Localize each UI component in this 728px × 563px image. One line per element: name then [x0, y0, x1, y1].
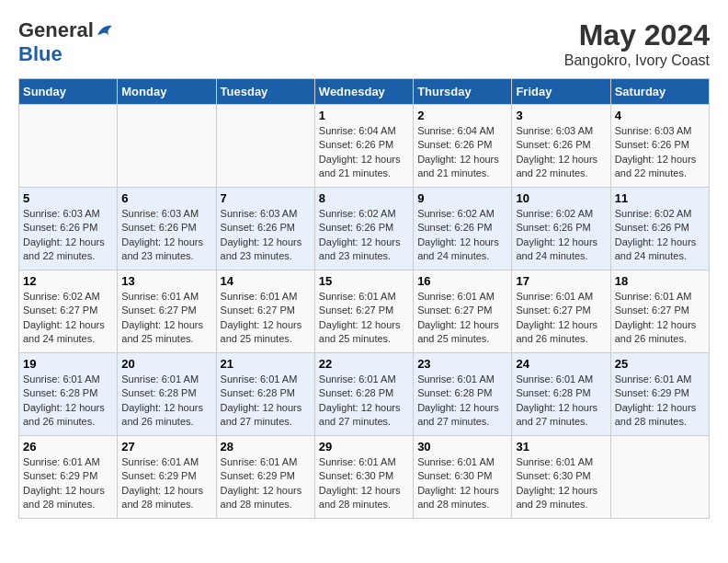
logo-bird-icon — [96, 22, 116, 39]
day-info: Sunrise: 6:01 AM Sunset: 6:29 PM Dayligh… — [121, 455, 211, 512]
day-info: Sunrise: 6:01 AM Sunset: 6:30 PM Dayligh… — [417, 455, 507, 512]
day-number: 13 — [121, 274, 211, 288]
calendar-cell: 17Sunrise: 6:01 AM Sunset: 6:27 PM Dayli… — [512, 270, 610, 353]
day-info: Sunrise: 6:02 AM Sunset: 6:26 PM Dayligh… — [516, 207, 606, 264]
calendar-cell: 1Sunrise: 6:04 AM Sunset: 6:26 PM Daylig… — [314, 105, 413, 188]
calendar-cell: 13Sunrise: 6:01 AM Sunset: 6:27 PM Dayli… — [118, 270, 216, 353]
day-number: 7 — [221, 191, 311, 205]
location-title: Bangokro, Ivory Coast — [564, 52, 710, 69]
day-number: 8 — [319, 191, 409, 205]
calendar-cell: 7Sunrise: 6:03 AM Sunset: 6:26 PM Daylig… — [216, 188, 314, 270]
title-area: May 2024 Bangokro, Ivory Coast — [564, 18, 710, 69]
day-info: Sunrise: 6:02 AM Sunset: 6:27 PM Dayligh… — [23, 290, 113, 347]
day-number: 4 — [615, 109, 705, 122]
day-number: 9 — [417, 191, 507, 205]
calendar-cell: 6Sunrise: 6:03 AM Sunset: 6:26 PM Daylig… — [118, 188, 216, 270]
day-header-friday: Friday — [512, 79, 610, 105]
day-number: 25 — [615, 357, 705, 371]
calendar-cell: 31Sunrise: 6:01 AM Sunset: 6:30 PM Dayli… — [512, 436, 610, 519]
day-info: Sunrise: 6:01 AM Sunset: 6:27 PM Dayligh… — [615, 290, 705, 347]
calendar-cell: 5Sunrise: 6:03 AM Sunset: 6:26 PM Daylig… — [19, 188, 118, 270]
calendar-cell — [118, 105, 216, 188]
calendar-cell: 27Sunrise: 6:01 AM Sunset: 6:29 PM Dayli… — [118, 436, 216, 519]
calendar-cell: 12Sunrise: 6:02 AM Sunset: 6:27 PM Dayli… — [19, 270, 118, 353]
logo: General Blue — [18, 18, 116, 66]
calendar-week-row: 5Sunrise: 6:03 AM Sunset: 6:26 PM Daylig… — [19, 188, 710, 270]
day-number: 26 — [23, 440, 113, 454]
day-info: Sunrise: 6:01 AM Sunset: 6:27 PM Dayligh… — [516, 290, 606, 347]
day-number: 22 — [319, 357, 409, 371]
day-number: 28 — [221, 440, 311, 454]
day-number: 30 — [417, 440, 507, 454]
calendar-cell: 30Sunrise: 6:01 AM Sunset: 6:30 PM Dayli… — [414, 436, 512, 519]
day-number: 14 — [221, 274, 311, 288]
day-info: Sunrise: 6:03 AM Sunset: 6:26 PM Dayligh… — [615, 124, 705, 181]
calendar-cell: 2Sunrise: 6:04 AM Sunset: 6:26 PM Daylig… — [414, 105, 512, 188]
calendar-header-row: SundayMondayTuesdayWednesdayThursdayFrid… — [19, 79, 710, 105]
day-number: 27 — [121, 440, 211, 454]
day-number: 6 — [121, 191, 211, 205]
calendar-cell: 19Sunrise: 6:01 AM Sunset: 6:28 PM Dayli… — [19, 353, 118, 436]
calendar-cell: 4Sunrise: 6:03 AM Sunset: 6:26 PM Daylig… — [610, 105, 709, 188]
day-info: Sunrise: 6:02 AM Sunset: 6:26 PM Dayligh… — [319, 207, 409, 264]
day-info: Sunrise: 6:01 AM Sunset: 6:28 PM Dayligh… — [23, 373, 113, 430]
calendar-cell: 3Sunrise: 6:03 AM Sunset: 6:26 PM Daylig… — [512, 105, 610, 188]
day-info: Sunrise: 6:01 AM Sunset: 6:27 PM Dayligh… — [417, 290, 507, 347]
calendar-cell: 9Sunrise: 6:02 AM Sunset: 6:26 PM Daylig… — [414, 188, 512, 270]
calendar-cell: 15Sunrise: 6:01 AM Sunset: 6:27 PM Dayli… — [314, 270, 413, 353]
calendar-body: 1Sunrise: 6:04 AM Sunset: 6:26 PM Daylig… — [19, 105, 710, 519]
day-info: Sunrise: 6:03 AM Sunset: 6:26 PM Dayligh… — [516, 124, 606, 181]
day-info: Sunrise: 6:01 AM Sunset: 6:28 PM Dayligh… — [417, 373, 507, 430]
day-number: 12 — [23, 274, 113, 288]
day-info: Sunrise: 6:01 AM Sunset: 6:29 PM Dayligh… — [23, 455, 113, 512]
day-info: Sunrise: 6:04 AM Sunset: 6:26 PM Dayligh… — [319, 124, 409, 181]
day-info: Sunrise: 6:01 AM Sunset: 6:30 PM Dayligh… — [319, 455, 409, 512]
day-number: 10 — [516, 191, 606, 205]
calendar-cell: 25Sunrise: 6:01 AM Sunset: 6:29 PM Dayli… — [610, 353, 709, 436]
header: General Blue May 2024 Bangokro, Ivory Co… — [18, 18, 710, 69]
day-number: 1 — [319, 109, 409, 122]
day-info: Sunrise: 6:01 AM Sunset: 6:27 PM Dayligh… — [221, 290, 311, 347]
calendar-week-row: 12Sunrise: 6:02 AM Sunset: 6:27 PM Dayli… — [19, 270, 710, 353]
day-number: 31 — [516, 440, 606, 454]
day-info: Sunrise: 6:01 AM Sunset: 6:28 PM Dayligh… — [516, 373, 606, 430]
calendar-cell: 26Sunrise: 6:01 AM Sunset: 6:29 PM Dayli… — [19, 436, 118, 519]
day-info: Sunrise: 6:01 AM Sunset: 6:27 PM Dayligh… — [121, 290, 211, 347]
calendar-cell: 24Sunrise: 6:01 AM Sunset: 6:28 PM Dayli… — [512, 353, 610, 436]
calendar-cell: 28Sunrise: 6:01 AM Sunset: 6:29 PM Dayli… — [216, 436, 314, 519]
calendar-cell: 22Sunrise: 6:01 AM Sunset: 6:28 PM Dayli… — [314, 353, 413, 436]
calendar-cell: 29Sunrise: 6:01 AM Sunset: 6:30 PM Dayli… — [314, 436, 413, 519]
calendar-cell: 20Sunrise: 6:01 AM Sunset: 6:28 PM Dayli… — [118, 353, 216, 436]
logo-blue: Blue — [18, 42, 63, 66]
day-info: Sunrise: 6:02 AM Sunset: 6:26 PM Dayligh… — [417, 207, 507, 264]
calendar-cell: 18Sunrise: 6:01 AM Sunset: 6:27 PM Dayli… — [610, 270, 709, 353]
day-info: Sunrise: 6:03 AM Sunset: 6:26 PM Dayligh… — [121, 207, 211, 264]
day-header-tuesday: Tuesday — [216, 79, 314, 105]
calendar-cell: 16Sunrise: 6:01 AM Sunset: 6:27 PM Dayli… — [414, 270, 512, 353]
day-header-sunday: Sunday — [19, 79, 118, 105]
calendar-cell: 8Sunrise: 6:02 AM Sunset: 6:26 PM Daylig… — [314, 188, 413, 270]
day-number: 2 — [417, 109, 507, 122]
day-info: Sunrise: 6:01 AM Sunset: 6:28 PM Dayligh… — [121, 373, 211, 430]
calendar-cell: 14Sunrise: 6:01 AM Sunset: 6:27 PM Dayli… — [216, 270, 314, 353]
day-number: 19 — [23, 357, 113, 371]
day-header-thursday: Thursday — [414, 79, 512, 105]
calendar-cell — [19, 105, 118, 188]
day-number: 15 — [319, 274, 409, 288]
day-header-monday: Monday — [118, 79, 216, 105]
day-info: Sunrise: 6:04 AM Sunset: 6:26 PM Dayligh… — [417, 124, 507, 181]
day-number: 17 — [516, 274, 606, 288]
calendar-week-row: 19Sunrise: 6:01 AM Sunset: 6:28 PM Dayli… — [19, 353, 710, 436]
calendar-week-row: 1Sunrise: 6:04 AM Sunset: 6:26 PM Daylig… — [19, 105, 710, 188]
day-info: Sunrise: 6:03 AM Sunset: 6:26 PM Dayligh… — [221, 207, 311, 264]
day-header-wednesday: Wednesday — [314, 79, 413, 105]
day-number: 21 — [221, 357, 311, 371]
day-info: Sunrise: 6:03 AM Sunset: 6:26 PM Dayligh… — [23, 207, 113, 264]
calendar-cell: 10Sunrise: 6:02 AM Sunset: 6:26 PM Dayli… — [512, 188, 610, 270]
day-number: 24 — [516, 357, 606, 371]
day-info: Sunrise: 6:01 AM Sunset: 6:27 PM Dayligh… — [319, 290, 409, 347]
day-info: Sunrise: 6:02 AM Sunset: 6:26 PM Dayligh… — [615, 207, 705, 264]
day-info: Sunrise: 6:01 AM Sunset: 6:28 PM Dayligh… — [221, 373, 311, 430]
calendar-week-row: 26Sunrise: 6:01 AM Sunset: 6:29 PM Dayli… — [19, 436, 710, 519]
day-info: Sunrise: 6:01 AM Sunset: 6:28 PM Dayligh… — [319, 373, 409, 430]
